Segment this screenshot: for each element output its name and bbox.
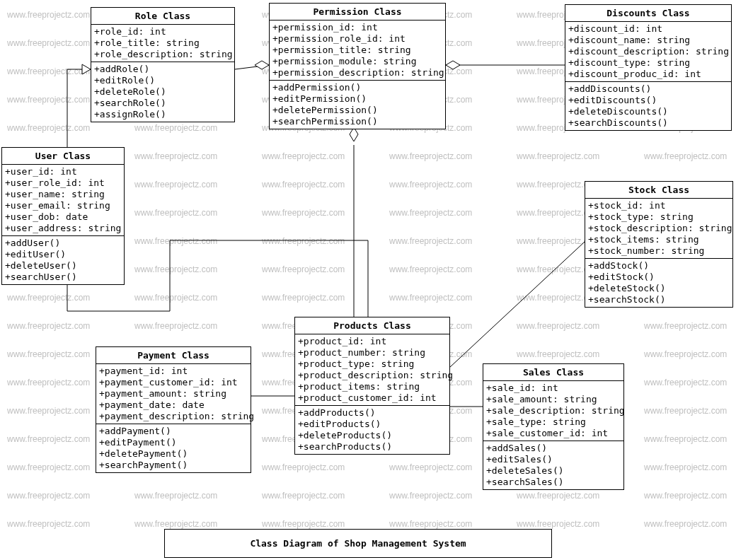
class-member: +discount_type: string xyxy=(568,57,728,69)
class-attrs: +user_id: int+user_role_id: int+user_nam… xyxy=(2,165,124,236)
class-attrs: +sale_id: int+sale_amount: string+sale_d… xyxy=(483,381,623,441)
class-payment: Payment Class +payment_id: int+payment_c… xyxy=(96,346,251,473)
class-member: +product_type: string xyxy=(298,358,447,370)
class-stock: Stock Class +stock_id: int+stock_type: s… xyxy=(585,181,733,308)
class-member: +role_id: int xyxy=(94,26,231,37)
class-member: +payment_amount: string xyxy=(99,388,248,399)
class-ops: +addStock()+editStock()+deleteStock()+se… xyxy=(585,259,732,307)
class-member: +addUser() xyxy=(5,238,121,249)
class-member: +deleteSales() xyxy=(486,465,621,477)
class-member: +user_email: string xyxy=(5,200,121,211)
class-member: +assignRole() xyxy=(94,109,231,120)
class-member: +permission_id: int xyxy=(272,22,442,33)
class-discounts: Discounts Class +discount_id: int+discou… xyxy=(565,4,732,131)
class-products: Products Class +product_id: int+product_… xyxy=(294,317,450,455)
class-member: +user_address: string xyxy=(5,223,121,234)
class-member: +deleteProducts() xyxy=(298,430,447,441)
class-member: +sale_id: int xyxy=(486,383,621,394)
class-member: +editSales() xyxy=(486,454,621,465)
class-ops: +addProducts()+editProducts()+deleteProd… xyxy=(295,406,449,454)
class-title: Sales Class xyxy=(483,364,623,381)
class-member: +permission_module: string xyxy=(272,56,442,67)
class-member: +editRole() xyxy=(94,75,231,86)
class-member: +addDiscounts() xyxy=(568,83,728,95)
class-member: +searchSales() xyxy=(486,477,621,488)
class-member: +addPayment() xyxy=(99,426,248,437)
class-member: +user_dob: date xyxy=(5,211,121,223)
class-attrs: +product_id: int+product_number: string+… xyxy=(295,334,449,406)
class-member: +sale_description: string xyxy=(486,405,621,416)
class-member: +product_customer_id: int xyxy=(298,392,447,404)
class-member: +addSales() xyxy=(486,443,621,454)
class-ops: +addSales()+editSales()+deleteSales()+se… xyxy=(483,441,623,489)
class-member: +sale_type: string xyxy=(486,416,621,428)
svg-marker-3 xyxy=(82,64,91,74)
class-ops: +addDiscounts()+editDiscounts()+deleteDi… xyxy=(565,82,731,130)
svg-marker-1 xyxy=(446,61,460,69)
class-member: +deletePayment() xyxy=(99,448,248,460)
class-member: +product_id: int xyxy=(298,336,447,347)
class-member: +addRole() xyxy=(94,64,231,75)
class-ops: +addPayment()+editPayment()+deletePaymen… xyxy=(96,424,251,472)
class-member: +product_description: string xyxy=(298,370,447,381)
class-member: +deleteDiscounts() xyxy=(568,106,728,117)
class-member: +discount_description: string xyxy=(568,46,728,57)
class-member: +searchPermission() xyxy=(272,116,442,127)
class-user: User Class +user_id: int+user_role_id: i… xyxy=(1,147,125,285)
class-member: +editDiscounts() xyxy=(568,95,728,106)
class-member: +deleteUser() xyxy=(5,260,121,272)
class-member: +product_items: string xyxy=(298,381,447,392)
class-member: +editProducts() xyxy=(298,419,447,430)
class-member: +discount_id: int xyxy=(568,23,728,35)
class-permission: Permission Class +permission_id: int+per… xyxy=(269,3,446,129)
class-role: Role Class +role_id: int+role_title: str… xyxy=(91,7,235,122)
class-member: +deleteRole() xyxy=(94,86,231,98)
class-member: +sale_amount: string xyxy=(486,394,621,405)
class-member: +user_name: string xyxy=(5,189,121,200)
class-member: +editStock() xyxy=(588,272,730,283)
class-member: +searchRole() xyxy=(94,98,231,109)
class-member: +stock_type: string xyxy=(588,211,730,223)
class-member: +permission_description: string xyxy=(272,67,442,78)
class-ops: +addPermission()+editPermission()+delete… xyxy=(270,81,445,129)
class-member: +editPermission() xyxy=(272,93,442,105)
class-member: +sale_customer_id: int xyxy=(486,428,621,439)
class-attrs: +role_id: int+role_title: string+role_de… xyxy=(91,25,234,62)
class-member: +stock_description: string xyxy=(588,223,730,234)
class-member: +role_description: string xyxy=(94,49,231,60)
class-attrs: +discount_id: int+discount_name: string+… xyxy=(565,22,731,82)
class-ops: +addUser()+editUser()+deleteUser()+searc… xyxy=(2,236,124,284)
class-member: +discount_name: string xyxy=(568,35,728,46)
svg-marker-2 xyxy=(350,127,358,141)
class-member: +searchUser() xyxy=(5,272,121,283)
class-member: +editPayment() xyxy=(99,437,248,448)
class-ops: +addRole()+editRole()+deleteRole()+searc… xyxy=(91,62,234,122)
class-title: Role Class xyxy=(91,8,234,25)
class-member: +stock_items: string xyxy=(588,234,730,245)
class-title: Products Class xyxy=(295,317,449,334)
class-title: Stock Class xyxy=(585,182,732,199)
class-member: +addProducts() xyxy=(298,407,447,419)
class-member: +permission_title: string xyxy=(272,45,442,56)
class-attrs: +stock_id: int+stock_type: string+stock_… xyxy=(585,199,732,259)
class-attrs: +payment_id: int+payment_customer_id: in… xyxy=(96,364,251,424)
class-member: +payment_customer_id: int xyxy=(99,377,248,388)
svg-marker-0 xyxy=(255,61,269,69)
class-member: +user_role_id: int xyxy=(5,177,121,189)
class-member: +stock_id: int xyxy=(588,200,730,211)
class-member: +searchStock() xyxy=(588,294,730,305)
class-member: +user_id: int xyxy=(5,166,121,177)
class-member: +searchPayment() xyxy=(99,460,248,471)
class-member: +searchDiscounts() xyxy=(568,117,728,129)
class-title: Discounts Class xyxy=(565,5,731,22)
class-attrs: +permission_id: int+permission_role_id: … xyxy=(270,21,445,81)
class-member: +deleteStock() xyxy=(588,283,730,294)
class-title: User Class xyxy=(2,148,124,165)
class-member: +product_number: string xyxy=(298,347,447,358)
diagram-caption: Class Diagram of Shop Management System xyxy=(164,529,552,558)
class-member: +payment_description: string xyxy=(99,411,248,422)
class-member: +payment_date: date xyxy=(99,399,248,411)
class-member: +stock_number: string xyxy=(588,245,730,257)
class-member: +searchProducts() xyxy=(298,441,447,453)
class-sales: Sales Class +sale_id: int+sale_amount: s… xyxy=(483,363,624,490)
